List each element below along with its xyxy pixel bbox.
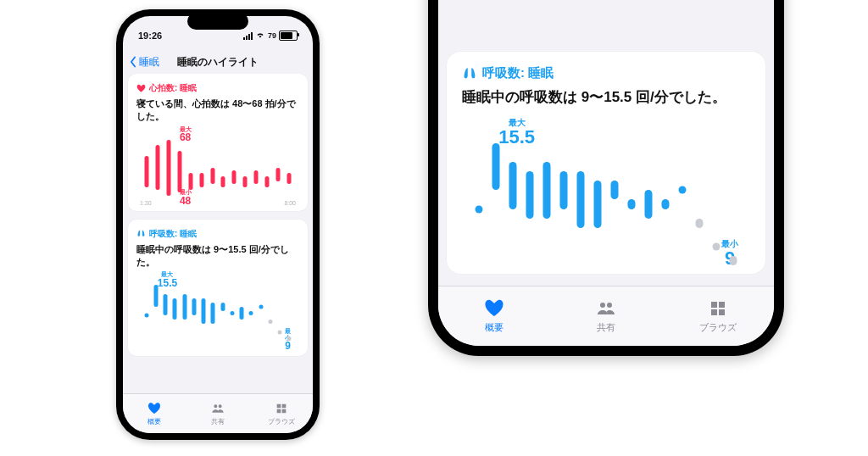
x-start: 1:30 [140,200,152,206]
card-caption: 呼吸数: 睡眠 [462,65,750,81]
grid-icon [707,298,729,319]
card-caption: 心拍数: 睡眠 [136,82,299,94]
tab-summary[interactable]: 概要 [123,394,186,433]
nav-bar: 睡眠 睡眠のハイライト [123,50,313,74]
chart-bars [136,140,299,196]
chart-bars [462,143,750,265]
status-time: 19:26 [138,31,162,41]
card-heart-rate[interactable]: 心拍数: 睡眠 寝ている間、心拍数は 48〜68 拍/分でした。 最大 68 最… [128,74,308,211]
back-button[interactable]: 睡眠 [128,55,159,70]
page-title: 睡眠のハイライト [177,55,259,70]
card-description: 睡眠中の呼吸数は 9〜15.5 回/分でした。 [136,243,299,269]
tab-share[interactable]: 共有 [186,394,250,433]
phone-frame-small: 19:26 79 睡眠 睡眠のハイライト 心拍数: 睡眠 [116,9,320,440]
grid-icon [275,402,288,415]
tab-share[interactable]: 共有 [550,286,662,346]
tab-browse[interactable]: ブラウズ [662,286,774,346]
card-respiratory[interactable]: 呼吸数: 睡眠 睡眠中の呼吸数は 9〜15.5 回/分でした。 最大 15.5 … [128,220,308,357]
dynamic-island [187,13,248,30]
card-description: 睡眠中の呼吸数は 9〜15.5 回/分でした。 [462,88,750,108]
tab-bar: 概要 共有 ブラウズ [123,393,313,433]
lungs-icon [136,229,146,238]
heart-icon [136,84,146,93]
battery-icon [279,31,298,41]
chart-bars [136,285,299,341]
chevron-left-icon [128,56,138,68]
x-end: 8:00 [284,200,296,206]
people-icon [595,298,617,319]
lungs-icon [462,66,477,81]
battery-percent: 79 [268,31,276,40]
heart-icon [483,298,505,319]
card-description: 寝ている間、心拍数は 48〜68 拍/分でした。 [136,97,299,123]
card-respiratory[interactable]: 呼吸数: 睡眠 睡眠中の呼吸数は 9〜15.5 回/分でした。 最大 15.5 … [447,52,765,274]
chart-respiratory: 最大 15.5 最小 9 [462,121,750,265]
scroll-content[interactable]: 心拍数: 睡眠 寝ている間、心拍数は 48〜68 拍/分でした。 最大 68 最… [123,74,313,393]
chart-heart-rate: 最大 68 最小 48 1:30 8:00 [136,128,299,206]
heart-icon [147,402,161,415]
tab-bar: 概要 共有 ブラウズ [438,286,774,346]
card-caption: 呼吸数: 睡眠 [136,228,299,240]
tab-summary[interactable]: 概要 [438,286,550,346]
back-label: 睡眠 [139,55,159,70]
tab-browse[interactable]: ブラウズ [249,394,313,433]
cell-signal-icon [243,32,253,40]
wifi-icon [255,31,265,41]
people-icon [211,402,225,415]
chart-respiratory: 最大 15.5 最小 9 [136,273,299,351]
phone-frame-large: 呼吸数: 睡眠 睡眠中の呼吸数は 9〜15.5 回/分でした。 最大 15.5 … [428,0,784,356]
